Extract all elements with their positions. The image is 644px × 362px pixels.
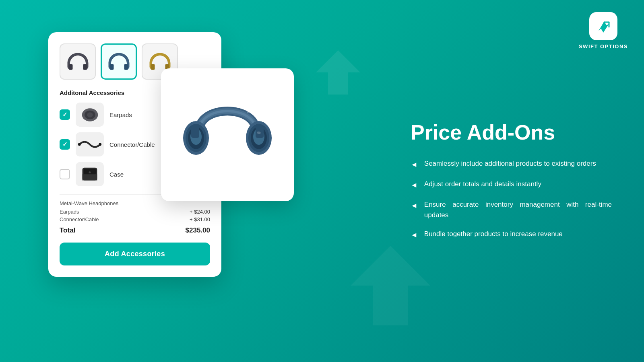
svg-rect-6 xyxy=(83,64,87,70)
order-line-earpads: Earpads + $24.00 xyxy=(60,209,210,215)
main-headphone-image xyxy=(171,78,284,191)
logo-text: SWIFT OPTIONS xyxy=(579,43,628,49)
feature-text-2: Ensure accurate inventory management wit… xyxy=(424,200,612,220)
feature-text-1: Adjust order totals and details instantl… xyxy=(424,179,541,190)
add-accessories-button[interactable]: Add Accessories xyxy=(60,243,210,265)
svg-marker-0 xyxy=(351,246,430,325)
order-line-earpads-price: + $24.00 xyxy=(190,209,210,215)
svg-point-15 xyxy=(99,143,101,146)
case-icon xyxy=(79,165,100,183)
order-line-cable-label: Connector/Cable xyxy=(60,216,99,222)
case-name: Case xyxy=(109,171,124,178)
order-total: Total $235.00 xyxy=(60,226,210,234)
feature-arrow-3: ◄ xyxy=(411,230,418,241)
earpads-icon xyxy=(79,106,101,124)
feature-text-3: Bundle together products to increase rev… xyxy=(424,229,563,240)
svg-point-13 xyxy=(87,112,93,117)
feature-list: ◄ Seamlessly include additional products… xyxy=(411,159,612,241)
feature-item-1: ◄ Adjust order totals and details instan… xyxy=(411,179,612,191)
feature-text-0: Seamlessly include additional products t… xyxy=(424,159,596,169)
bg-arrow-small xyxy=(314,48,362,97)
svg-rect-5 xyxy=(68,64,72,70)
bg-arrow-large xyxy=(346,241,435,330)
order-total-value: $235.00 xyxy=(186,226,210,234)
order-total-label: Total xyxy=(60,226,75,234)
checkbox-case[interactable] xyxy=(60,169,70,179)
feature-arrow-0: ◄ xyxy=(411,160,418,171)
feature-item-0: ◄ Seamlessly include additional products… xyxy=(411,159,612,171)
earpads-thumb xyxy=(76,103,104,127)
svg-point-19 xyxy=(89,171,91,173)
product-image-card xyxy=(161,68,294,201)
feature-item-3: ◄ Bundle together products to increase r… xyxy=(411,229,612,241)
cable-icon xyxy=(78,136,102,153)
cable-thumb xyxy=(76,132,104,156)
feature-arrow-1: ◄ xyxy=(411,180,418,191)
checkbox-earpads[interactable] xyxy=(60,109,70,120)
order-product-name: Metal-Wave Headphones xyxy=(60,200,210,206)
earpads-name: Earpads xyxy=(109,111,132,118)
svg-rect-8 xyxy=(124,64,128,70)
logo-container: SWIFT OPTIONS xyxy=(579,12,628,49)
case-thumb xyxy=(76,162,104,186)
feature-arrow-2: ◄ xyxy=(411,201,418,212)
svg-rect-18 xyxy=(83,174,97,180)
svg-rect-9 xyxy=(151,64,155,70)
order-line-cable-price: + $31.00 xyxy=(190,216,210,222)
headphone-blue-icon xyxy=(106,49,132,75)
right-title: Price Add-Ons xyxy=(411,121,612,144)
feature-item-2: ◄ Ensure accurate inventory management w… xyxy=(411,200,612,220)
thumbnail-dark[interactable] xyxy=(60,43,96,80)
checkbox-cable[interactable] xyxy=(60,139,70,150)
svg-rect-28 xyxy=(191,126,199,138)
logo-icon xyxy=(589,12,617,40)
order-line-cable: Connector/Cable + $31.00 xyxy=(60,216,210,222)
headphone-dark-icon xyxy=(65,49,91,75)
thumbnail-blue[interactable] xyxy=(101,43,137,80)
cable-name: Connector/Cable xyxy=(109,141,155,148)
svg-rect-7 xyxy=(109,64,114,70)
order-line-earpads-label: Earpads xyxy=(60,209,79,215)
svg-marker-1 xyxy=(316,50,360,95)
right-panel: Price Add-Ons ◄ Seamlessly include addit… xyxy=(411,121,612,241)
logo-arrow-icon xyxy=(595,18,611,34)
svg-point-14 xyxy=(78,143,81,146)
